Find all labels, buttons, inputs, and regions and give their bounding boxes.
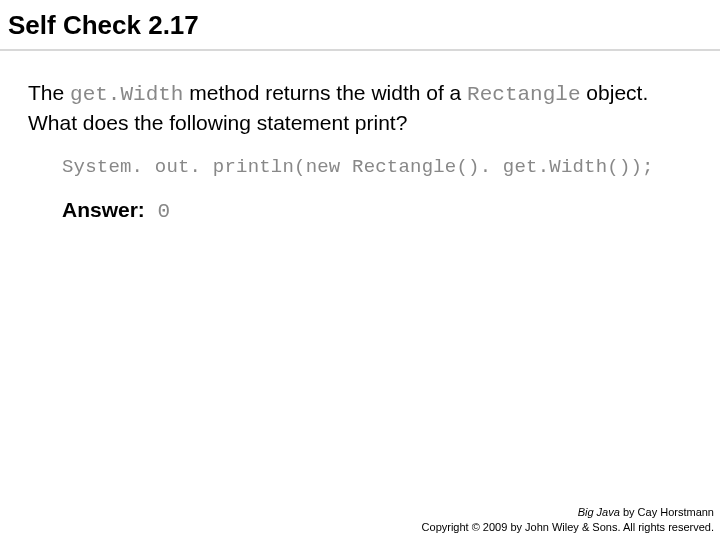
footer: Big Java by Cay Horstmann Copyright © 20… [422,505,714,534]
question-mid1: method returns the width of a [183,81,467,104]
answer-label: Answer: [62,198,145,221]
book-title: Big Java [578,506,620,518]
byline: by Cay Horstmann [620,506,714,518]
content-area: The get.Width method returns the width o… [0,79,720,223]
code-statement: System. out. println(new Rectangle(). ge… [28,156,692,178]
footer-copyright: Copyright © 2009 by John Wiley & Sons. A… [422,520,714,534]
inline-code-rectangle: Rectangle [467,83,580,106]
footer-line1: Big Java by Cay Horstmann [422,505,714,519]
answer-line: Answer: 0 [28,198,692,223]
question-text: The get.Width method returns the width o… [28,79,692,138]
question-prefix: The [28,81,70,104]
answer-value: 0 [145,200,170,223]
slide-title: Self Check 2.17 [0,0,720,51]
inline-code-getwidth: get.Width [70,83,183,106]
